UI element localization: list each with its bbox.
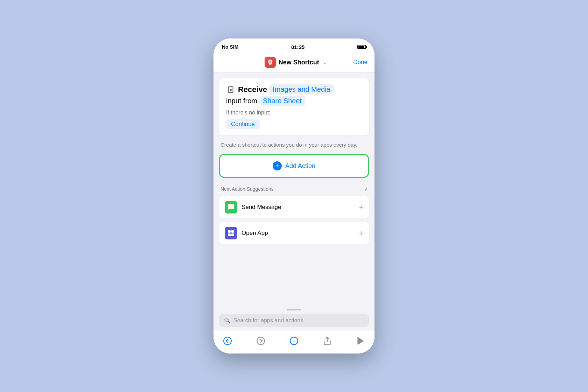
- nav-title-text: New Shortcut: [279, 59, 319, 66]
- suggestions-title: Next Action Suggestions: [220, 186, 274, 192]
- nav-title-group: New Shortcut ⌄: [265, 57, 327, 68]
- images-and-media-pill[interactable]: Images and Media: [269, 84, 334, 94]
- search-placeholder: Search for apps and actions: [233, 317, 303, 324]
- nav-chevron-icon[interactable]: ⌄: [323, 59, 327, 65]
- svg-rect-5: [228, 233, 231, 236]
- suggestions-header: Next Action Suggestions ∨: [219, 183, 369, 196]
- svg-marker-15: [358, 337, 363, 344]
- receive-icon: [226, 85, 236, 94]
- bottom-sheet-area: 🔍 Search for apps and actions: [214, 306, 374, 330]
- phone-frame: No SIM 01:35 New Shortcut ⌄ Done: [214, 38, 374, 354]
- content-area: Receive Images and Media input from Shar…: [214, 72, 374, 354]
- add-action-button[interactable]: + Add Action: [219, 154, 369, 178]
- open-app-label: Open App: [241, 230, 355, 237]
- receive-card: Receive Images and Media input from Shar…: [219, 78, 369, 135]
- share-button[interactable]: [320, 334, 334, 348]
- svg-rect-4: [231, 230, 234, 233]
- receive-row-2: input from Share Sheet: [226, 96, 362, 106]
- scrollable-content[interactable]: Receive Images and Media input from Shar…: [214, 72, 374, 306]
- info-button[interactable]: [287, 334, 301, 348]
- svg-rect-0: [269, 61, 271, 62]
- suggestions-chevron-icon[interactable]: ∨: [364, 186, 368, 192]
- suggestion-send-message[interactable]: Send Message +: [219, 196, 369, 218]
- time-label: 01:35: [291, 44, 304, 50]
- search-bar[interactable]: 🔍 Search for apps and actions: [219, 314, 369, 327]
- send-message-icon: [225, 201, 237, 214]
- svg-rect-1: [269, 62, 271, 62]
- no-input-label: If there's no input:: [226, 110, 362, 116]
- suggestion-open-app[interactable]: Open App +: [219, 222, 369, 244]
- undo-button[interactable]: [220, 334, 234, 348]
- play-button[interactable]: [354, 334, 368, 348]
- receive-label: Receive: [238, 85, 267, 94]
- receive-row-1: Receive Images and Media: [226, 84, 362, 94]
- carrier-label: No SIM: [222, 44, 238, 50]
- continue-pill[interactable]: Continue: [226, 119, 260, 129]
- nav-bar: New Shortcut ⌄ Done: [214, 54, 374, 72]
- redo-button[interactable]: [254, 334, 268, 348]
- battery-icon: [357, 45, 366, 49]
- send-message-add-icon[interactable]: +: [359, 203, 363, 212]
- status-indicators: [357, 45, 366, 49]
- input-from-label: input from: [226, 97, 257, 105]
- send-message-label: Send Message: [241, 204, 355, 211]
- shortcuts-app-icon: [265, 57, 276, 68]
- add-action-circle-icon: +: [273, 161, 282, 170]
- battery-fill: [358, 46, 364, 48]
- add-action-label: Add Action: [285, 162, 315, 170]
- open-app-add-icon[interactable]: +: [359, 229, 363, 238]
- bottom-toolbar: [214, 330, 374, 354]
- drag-handle: [287, 309, 301, 310]
- svg-rect-3: [228, 230, 231, 233]
- search-icon: 🔍: [224, 317, 231, 324]
- status-bar: No SIM 01:35: [214, 38, 374, 54]
- suggestions-section: Next Action Suggestions ∨ Send Message +: [219, 183, 369, 248]
- share-sheet-pill[interactable]: Share Sheet: [259, 96, 305, 106]
- open-app-icon: [225, 227, 237, 239]
- svg-rect-6: [231, 233, 234, 236]
- done-button[interactable]: Done: [353, 59, 368, 66]
- description-text: Create a shortcut to actions you do in y…: [219, 141, 369, 148]
